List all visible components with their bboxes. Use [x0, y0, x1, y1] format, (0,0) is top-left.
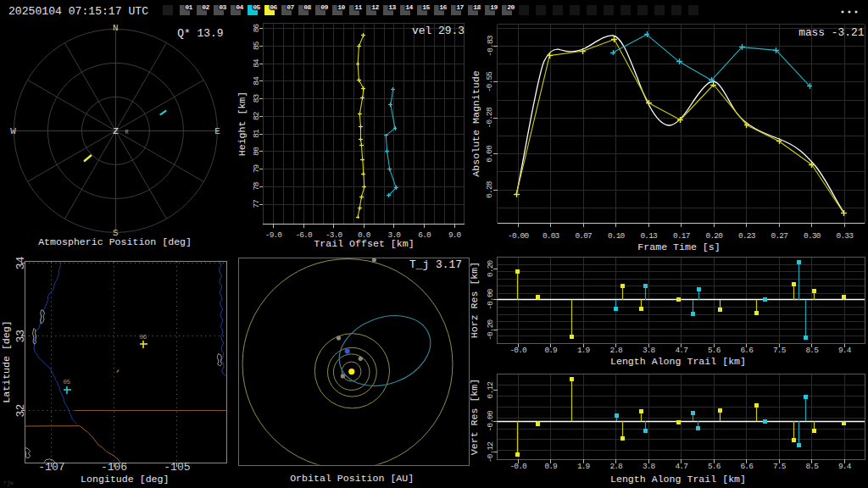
svg-text:32: 32 [14, 404, 27, 418]
svg-text:5.6: 5.6 [708, 346, 721, 355]
svg-text:-106: -106 [101, 461, 127, 474]
svg-text:0.17: 0.17 [673, 231, 690, 241]
svg-text:-0.0: -0.0 [509, 346, 527, 355]
svg-text:mass -3.21: mass -3.21 [798, 26, 865, 39]
svg-text:03: 03 [219, 3, 226, 11]
svg-text:Atmospheric Position [deg]: Atmospheric Position [deg] [38, 236, 192, 247]
svg-text:04: 04 [236, 3, 243, 11]
svg-text:13: 13 [388, 3, 396, 11]
svg-text:6.6: 6.6 [741, 462, 754, 471]
svg-text:Latitude [deg]: Latitude [deg] [1, 320, 12, 402]
svg-text:Vert Res [km]: Vert Res [km] [469, 379, 480, 455]
svg-text:83: 83 [252, 94, 261, 103]
svg-text:T_j 3.17: T_j 3.17 [409, 258, 462, 271]
svg-text:Frame Time [s]: Frame Time [s] [637, 241, 720, 252]
svg-text:0.9: 0.9 [544, 346, 558, 355]
svg-text:07: 07 [287, 3, 294, 11]
svg-text:0.20: 0.20 [486, 259, 495, 277]
svg-text:0.30: 0.30 [804, 231, 821, 241]
svg-text:3.8: 3.8 [643, 346, 656, 355]
svg-text:33: 33 [14, 330, 27, 343]
svg-text:0.33: 0.33 [837, 231, 854, 241]
svg-text:16: 16 [439, 3, 447, 11]
svg-text:8.5: 8.5 [806, 346, 820, 355]
svg-text:0.10: 0.10 [608, 231, 626, 241]
svg-text:20: 20 [507, 3, 515, 11]
svg-text:10: 10 [337, 3, 345, 11]
svg-text:14: 14 [405, 3, 413, 11]
svg-text:E: E [214, 126, 220, 136]
svg-text:Trail Offset [km]: Trail Offset [km] [314, 238, 414, 249]
svg-text:77: 77 [252, 200, 261, 208]
svg-text:-6.0: -6.0 [295, 230, 313, 240]
svg-text:18: 18 [473, 3, 481, 11]
svg-text:0.07: 0.07 [575, 231, 592, 241]
svg-text:4.7: 4.7 [676, 346, 688, 355]
svg-text:4.7: 4.7 [676, 462, 688, 471]
svg-text:Height [km]: Height [km] [236, 92, 248, 157]
svg-text:0.28: 0.28 [486, 180, 495, 198]
svg-text:Absolute Magnitude: Absolute Magnitude [470, 70, 481, 176]
svg-text:84: 84 [252, 58, 261, 68]
svg-text:11: 11 [354, 3, 362, 11]
svg-text:12: 12 [371, 3, 379, 11]
svg-text:2.8: 2.8 [609, 346, 623, 355]
svg-text:-0.00: -0.00 [486, 410, 495, 431]
svg-text:6.6: 6.6 [741, 346, 754, 355]
svg-text:0.13: 0.13 [640, 231, 658, 241]
svg-text:6.0: 6.0 [418, 230, 431, 240]
svg-text:06: 06 [140, 334, 147, 341]
svg-text:0.00: 0.00 [486, 145, 495, 163]
svg-text:-0.20: -0.20 [486, 319, 495, 340]
svg-text:09: 09 [320, 3, 328, 11]
svg-text:-107: -107 [38, 461, 64, 474]
svg-text:Length Along Trail [km]: Length Along Trail [km] [610, 474, 746, 485]
svg-text:-0.00: -0.00 [486, 288, 495, 309]
svg-text:0.03: 0.03 [542, 231, 560, 241]
svg-text:-0.12: -0.12 [486, 441, 495, 463]
svg-text:17: 17 [456, 3, 464, 11]
svg-text:19: 19 [490, 3, 498, 11]
svg-text:82: 82 [252, 111, 261, 120]
svg-text:08: 08 [303, 3, 311, 11]
svg-text:84: 84 [252, 76, 261, 86]
svg-text:1.9: 1.9 [577, 346, 591, 355]
svg-text:5.6: 5.6 [708, 462, 721, 471]
svg-text:9.4: 9.4 [838, 462, 852, 471]
svg-text:Orbital Position [AU]: Orbital Position [AU] [290, 473, 414, 484]
svg-text:3.8: 3.8 [643, 462, 656, 471]
svg-text:Length Along Trail [km]: Length Along Trail [km] [610, 356, 746, 367]
svg-text:15: 15 [422, 3, 430, 11]
svg-text:9.4: 9.4 [838, 346, 852, 355]
svg-text:0.20: 0.20 [706, 231, 724, 241]
svg-text:0.12: 0.12 [486, 381, 495, 399]
svg-text:W: W [10, 126, 16, 136]
svg-text:05: 05 [253, 3, 260, 11]
svg-text:8.5: 8.5 [806, 462, 820, 471]
svg-text:0.27: 0.27 [771, 231, 788, 241]
svg-text:Z: Z [113, 126, 119, 136]
svg-text:79: 79 [252, 164, 261, 174]
svg-text:vel 29.3: vel 29.3 [412, 25, 465, 37]
svg-text:80: 80 [252, 147, 261, 156]
svg-text:7.5: 7.5 [773, 462, 787, 471]
svg-text:05: 05 [64, 379, 71, 385]
svg-text:R: R [125, 129, 129, 136]
svg-text:Horz Res [km]: Horz Res [km] [469, 262, 480, 338]
svg-text:78: 78 [252, 181, 261, 191]
svg-text:1.9: 1.9 [577, 462, 591, 471]
svg-text:rjw: rjw [3, 480, 14, 486]
svg-text:-0.00: -0.00 [508, 231, 529, 241]
svg-text:06: 06 [270, 3, 277, 11]
svg-text:01: 01 [185, 3, 192, 11]
svg-text:7.5: 7.5 [773, 346, 787, 355]
svg-text:-9.0: -9.0 [265, 230, 283, 240]
svg-text:81: 81 [252, 129, 261, 138]
svg-text:Q* 13.9: Q* 13.9 [177, 27, 223, 40]
svg-text:9.0: 9.0 [448, 230, 462, 240]
svg-text:-105: -105 [164, 461, 190, 474]
svg-text:-0.83: -0.83 [486, 35, 495, 56]
svg-text:34: 34 [14, 257, 27, 270]
svg-text:0.9: 0.9 [544, 462, 558, 471]
svg-text:0.23: 0.23 [738, 231, 756, 241]
